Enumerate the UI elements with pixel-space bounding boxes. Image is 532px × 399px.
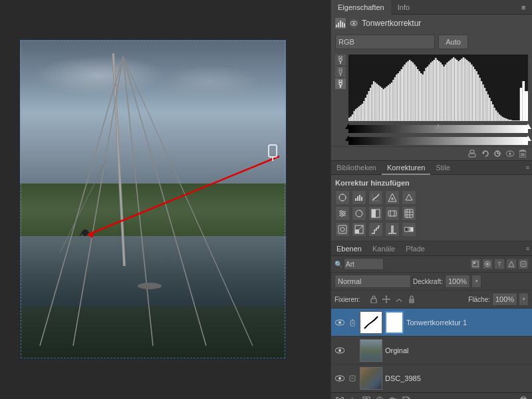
filter-text-icon[interactable]: T xyxy=(494,259,505,269)
curves-icon[interactable] xyxy=(368,190,383,205)
svg-rect-74 xyxy=(420,73,422,121)
color-balance-icon[interactable] xyxy=(352,206,366,221)
svg-rect-103 xyxy=(467,61,469,121)
add-mask-btn[interactable] xyxy=(360,394,372,400)
color-lookup-icon[interactable] xyxy=(335,222,350,237)
new-group-btn[interactable] xyxy=(387,394,399,400)
ebenen-panel-collapse[interactable]: ≡ xyxy=(526,245,529,252)
new-layer-btn[interactable] xyxy=(400,394,412,400)
layer-visibility-toggle[interactable] xyxy=(334,317,345,328)
svg-rect-91 xyxy=(448,61,450,121)
tab-pfade[interactable]: Pfade xyxy=(400,241,430,256)
layer-visibility-toggle[interactable] xyxy=(334,345,345,356)
eye-visibility-icon[interactable] xyxy=(505,148,515,159)
svg-point-209 xyxy=(352,323,353,324)
layer-effects-btn[interactable]: fx xyxy=(347,394,359,400)
threshold-icon[interactable] xyxy=(385,222,400,237)
layer-type-filter[interactable]: Art xyxy=(344,258,384,270)
vibrance-icon[interactable] xyxy=(402,190,416,205)
exposure-icon[interactable] xyxy=(385,190,400,205)
hue-saturation-icon[interactable] xyxy=(335,206,350,221)
svg-rect-66 xyxy=(407,61,408,121)
svg-rect-161 xyxy=(359,195,360,201)
histogram-canvas xyxy=(348,55,528,121)
filter-adjustment-icon[interactable] xyxy=(482,259,493,269)
clip-to-layer-icon[interactable] xyxy=(467,148,477,159)
panel-collapse-btn[interactable]: ≡ xyxy=(521,3,529,11)
output-levels-slider[interactable] xyxy=(348,137,528,145)
layers-list: Tonwertkorrektur 1 Orginal xyxy=(331,309,532,392)
cables-svg xyxy=(20,40,286,359)
reset-icon[interactable] xyxy=(492,148,503,159)
levels-icon[interactable] xyxy=(352,190,366,205)
svg-rect-114 xyxy=(485,91,487,121)
filter-smart-icon[interactable] xyxy=(518,259,529,269)
svg-rect-34 xyxy=(355,109,356,121)
svg-rect-59 xyxy=(396,74,397,121)
svg-rect-89 xyxy=(445,65,446,121)
filter-pixel-icon[interactable] xyxy=(470,259,481,269)
blend-mode-select[interactable]: Normal xyxy=(334,275,411,288)
layer-row[interactable]: Orginal xyxy=(331,336,532,364)
svg-rect-124 xyxy=(502,117,503,121)
tab-ebenen[interactable]: Ebenen xyxy=(331,241,367,256)
svg-rect-136 xyxy=(522,81,525,121)
layer-link-icon xyxy=(348,374,357,383)
svg-rect-133 xyxy=(517,120,518,121)
tab-kanaele[interactable]: Kanäle xyxy=(367,241,400,256)
midtone-handle[interactable] xyxy=(435,124,442,129)
gradient-map-icon[interactable] xyxy=(402,222,416,237)
tab-stile[interactable]: Stile xyxy=(430,160,455,175)
channel-mixer-icon[interactable] xyxy=(402,206,416,221)
delete-icon[interactable] xyxy=(517,148,528,159)
filter-shape-icon[interactable] xyxy=(506,259,517,269)
flaeche-input[interactable] xyxy=(492,293,517,306)
svg-rect-97 xyxy=(458,61,459,121)
eye-icon[interactable] xyxy=(349,19,358,28)
layer-row[interactable]: DSC_3985 xyxy=(331,364,532,392)
black-point-handle[interactable] xyxy=(345,124,352,129)
white-point-handle[interactable] xyxy=(525,124,531,129)
delete-layer-btn[interactable] xyxy=(517,394,529,400)
output-white-handle[interactable] xyxy=(525,136,531,141)
svg-marker-168 xyxy=(406,194,412,200)
black-white-icon[interactable] xyxy=(368,206,383,221)
svg-point-207 xyxy=(338,321,341,324)
svg-rect-92 xyxy=(450,60,451,121)
svg-rect-79 xyxy=(428,65,430,121)
svg-rect-69 xyxy=(412,63,414,121)
previous-state-icon[interactable] xyxy=(479,148,490,159)
output-black-handle[interactable] xyxy=(345,136,352,141)
brightness-contrast-icon[interactable] xyxy=(335,190,350,205)
opacity-input[interactable] xyxy=(445,275,470,288)
fix-lock-icon[interactable] xyxy=(406,294,417,305)
eyedropper-white-tool[interactable] xyxy=(335,78,346,89)
tab-info[interactable]: Info xyxy=(391,0,416,15)
opacity-dropdown-arrow[interactable]: ▾ xyxy=(472,275,481,288)
channel-select[interactable]: RGB Rot Grün Blau xyxy=(335,35,435,49)
layer-visibility-toggle[interactable] xyxy=(334,373,345,384)
fix-position-icon[interactable] xyxy=(368,294,379,305)
auto-button[interactable]: Auto xyxy=(438,35,468,49)
fix-art-icon[interactable] xyxy=(394,294,404,305)
new-adjustment-layer-btn[interactable] xyxy=(374,394,386,400)
photo-filter-icon[interactable] xyxy=(385,206,400,221)
tab-korrekturen[interactable]: Korrekturen xyxy=(382,160,430,175)
correction-tabs: Bibliotheken Korrekturen Stile ≡ xyxy=(331,160,532,175)
svg-rect-49 xyxy=(380,86,381,121)
svg-rect-100 xyxy=(463,57,464,121)
tab-bibliotheken[interactable]: Bibliotheken xyxy=(331,160,382,175)
corrections-panel-collapse[interactable]: ≡ xyxy=(526,164,529,171)
layer-link-icon[interactable] xyxy=(348,318,357,327)
eyedropper-gray-tool[interactable] xyxy=(335,66,346,77)
tab-eigenschaften[interactable]: Eigenschaften xyxy=(331,0,391,15)
posterize-icon[interactable] xyxy=(368,222,383,237)
input-levels-slider[interactable] xyxy=(348,125,528,133)
link-layers-btn[interactable] xyxy=(334,394,346,400)
layer-row[interactable]: Tonwertkorrektur 1 xyxy=(331,309,532,336)
eyedropper-black-tool[interactable] xyxy=(335,55,346,65)
canvas-area xyxy=(0,0,331,399)
invert-icon[interactable] xyxy=(352,222,366,237)
flaeche-dropdown-arrow[interactable]: ▾ xyxy=(519,293,529,306)
fix-move-icon[interactable] xyxy=(381,294,392,305)
